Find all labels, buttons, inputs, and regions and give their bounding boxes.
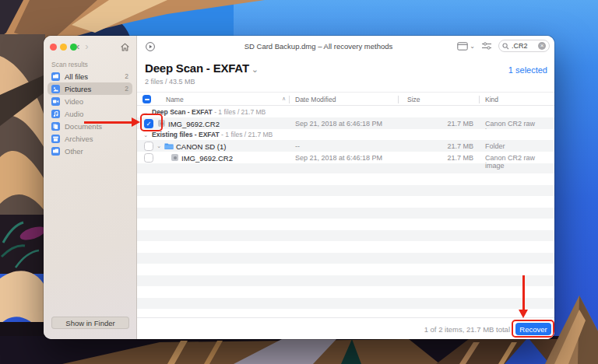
sidebar-item-label: Pictures	[65, 85, 125, 93]
group-row-deep-scan[interactable]: ⌄ Deep Scan - EXFAT - 1 files / 21.7 MB	[137, 107, 554, 117]
column-header-date[interactable]: Date Modified	[295, 96, 336, 103]
file-row-img-9692-deep-scan[interactable]: ✓ IMG_9692.CR2 Sep 21, 2018 at 6:46:18 P…	[137, 117, 554, 129]
traffic-lights	[50, 44, 77, 51]
column-divider[interactable]	[479, 96, 480, 103]
minimize-window-button[interactable]	[60, 44, 67, 51]
scan-title[interactable]: Deep Scan - EXFAT⌄	[145, 61, 259, 75]
folder-date: --	[295, 142, 300, 150]
pictures-icon	[51, 85, 60, 93]
chevron-down-icon: ⌄	[470, 43, 475, 50]
sidebar-item-count: 2	[125, 72, 128, 80]
back-button[interactable]: ‹	[76, 41, 79, 52]
scan-subtitle: 2 files / 43.5 MB	[145, 78, 195, 86]
folder-size: 21.7 MB	[398, 142, 473, 150]
sidebar-item-documents[interactable]: Documents	[47, 120, 132, 132]
sidebar-item-pictures[interactable]: Pictures 2	[47, 82, 132, 95]
video-icon	[51, 97, 60, 106]
file-kind: Canon CR2 raw image	[485, 154, 554, 170]
file-row-img-9692-existing[interactable]: IMG_9692.CR2 Sep 21, 2018 at 6:46:18 PM …	[137, 152, 554, 163]
group-row-existing-files[interactable]: ⌄ Existing files - EXFAT - 1 files / 21.…	[137, 129, 554, 140]
row-checkbox-unchecked[interactable]	[144, 153, 153, 163]
selected-count-badge: 1 selected	[508, 65, 547, 75]
archives-icon	[51, 135, 60, 143]
sidebar-section-header: Scan results	[51, 61, 88, 68]
chevron-down-icon[interactable]: ⌄	[143, 131, 148, 138]
search-icon	[502, 43, 509, 50]
main-content: Deep Scan - EXFAT⌄ 2 files / 43.5 MB 1 s…	[137, 58, 554, 339]
file-size: 21.7 MB	[398, 154, 473, 162]
empty-row-stripes	[137, 163, 554, 317]
view-mode-button[interactable]: ⌄	[457, 42, 475, 51]
documents-icon	[51, 122, 60, 131]
sidebar-item-other[interactable]: Other	[47, 145, 132, 157]
file-name: IMG_9692.CR2	[181, 154, 233, 163]
column-divider[interactable]	[289, 96, 290, 103]
other-icon	[51, 147, 60, 156]
image-file-icon	[158, 120, 165, 127]
file-size: 21.7 MB	[398, 120, 473, 128]
select-all-checkbox[interactable]	[142, 95, 151, 103]
image-file-icon	[171, 154, 178, 161]
audio-icon	[51, 110, 60, 118]
row-checkbox-checked[interactable]: ✓	[144, 119, 153, 128]
sidebar-item-count: 2	[125, 85, 128, 93]
file-date: Sep 21, 2018 at 6:46:18 PM	[295, 120, 382, 128]
folder-icon	[164, 142, 174, 150]
sidebar-item-archives[interactable]: Archives	[47, 132, 132, 145]
desktop: ‹ › Scan results All files 2 Pictures	[0, 0, 598, 364]
search-input[interactable]	[512, 42, 536, 50]
recover-button[interactable]: Recover	[515, 323, 551, 335]
column-header-size[interactable]: Size	[407, 96, 420, 103]
folder-row-canon-sd[interactable]: ⌄ CANON SD (1) -- 21.7 MB Folder	[137, 140, 554, 152]
selection-status-text: 1 of 2 items, 21.7 MB total	[424, 325, 510, 334]
column-header-kind[interactable]: Kind	[485, 96, 498, 103]
sidebar-item-label: Video	[65, 97, 128, 106]
sidebar-item-label: All files	[65, 72, 125, 81]
sidebar-item-label: Documents	[65, 122, 128, 131]
chevron-down-icon: ⌄	[252, 65, 259, 74]
group-meta: - 1 files / 21.7 MB	[213, 108, 266, 116]
sidebar-item-label: Other	[65, 147, 128, 156]
group-label: Existing files - EXFAT	[152, 131, 220, 138]
app-window: ‹ › Scan results All files 2 Pictures	[44, 36, 554, 339]
clear-search-icon[interactable]: ×	[538, 42, 546, 50]
footer-bar: 1 of 2 items, 21.7 MB total Recover	[137, 317, 554, 339]
sort-ascending-icon: ∧	[282, 96, 286, 102]
table-header: Name ∧ Date Modified Size Kind	[137, 92, 554, 106]
sidebar-item-video[interactable]: Video	[47, 95, 132, 107]
sidebar: ‹ › Scan results All files 2 Pictures	[44, 36, 137, 339]
group-label: Deep Scan - EXFAT	[152, 108, 213, 116]
filter-sliders-icon[interactable]	[481, 41, 492, 51]
column-header-name[interactable]: Name	[166, 96, 184, 103]
close-window-button[interactable]	[50, 44, 57, 51]
row-checkbox-unchecked[interactable]	[144, 142, 153, 151]
chevron-down-icon[interactable]: ⌄	[157, 142, 161, 149]
column-divider[interactable]	[398, 96, 399, 103]
sidebar-item-all-files[interactable]: All files 2	[47, 70, 132, 82]
scan-title-label: Deep Scan - EXFAT	[145, 61, 249, 75]
sidebar-item-label: Audio	[65, 110, 128, 118]
sidebar-item-audio[interactable]: Audio	[47, 107, 132, 120]
folder-kind: Folder	[485, 142, 505, 150]
folder-name: CANON SD (1)	[176, 142, 226, 151]
all-files-icon	[51, 72, 60, 81]
group-meta: - 1 files / 21.7 MB	[220, 131, 273, 138]
file-date: Sep 21, 2018 at 6:46:18 PM	[295, 154, 382, 162]
sidebar-item-label: Archives	[65, 135, 128, 143]
search-field[interactable]: ×	[498, 40, 550, 52]
chevron-down-icon[interactable]: ⌄	[143, 109, 148, 116]
titlebar: SD Card Backup.dmg – All recovery method…	[137, 36, 554, 58]
file-name: IMG_9692.CR2	[168, 120, 220, 128]
show-in-finder-button[interactable]: Show in Finder	[51, 317, 129, 329]
